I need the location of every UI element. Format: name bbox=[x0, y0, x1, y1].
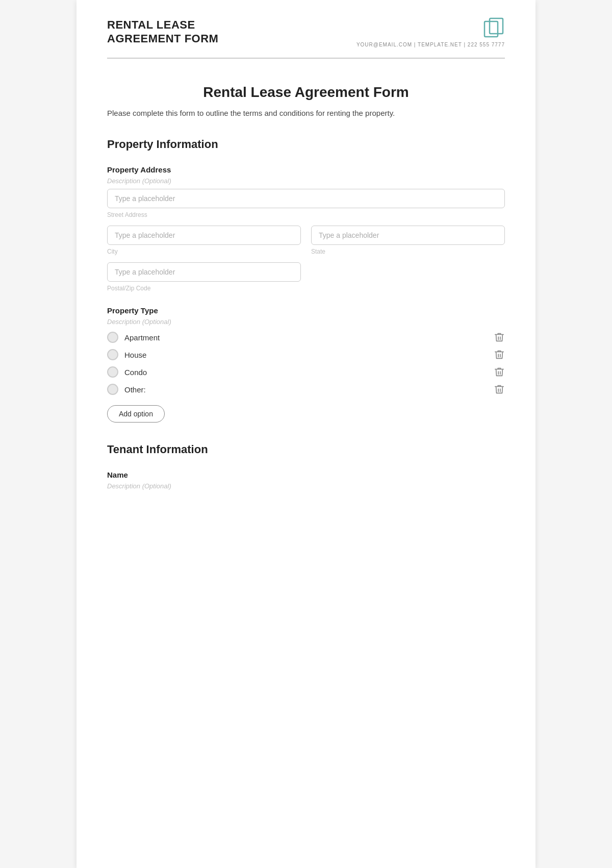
field-group-property-type: Property Type Description (Optional) Apa… bbox=[107, 306, 505, 423]
section-title-property: Property Information bbox=[107, 138, 505, 151]
field-label-property-type: Property Type bbox=[107, 306, 505, 315]
postal-col: Postal/Zip Code bbox=[107, 262, 301, 292]
form-description: Please complete this form to outline the… bbox=[107, 109, 505, 117]
delete-icon-other[interactable] bbox=[494, 384, 505, 395]
radio-circle-apartment[interactable] bbox=[107, 332, 118, 343]
field-description-property-type: Description (Optional) bbox=[107, 318, 505, 326]
city-input[interactable] bbox=[107, 226, 301, 245]
field-label-property-address: Property Address bbox=[107, 165, 505, 174]
svg-rect-0 bbox=[484, 21, 498, 37]
radio-option-condo: Condo bbox=[107, 366, 505, 378]
radio-label-condo: Condo bbox=[124, 368, 147, 377]
radio-label-house: House bbox=[124, 351, 146, 359]
delete-icon-house[interactable] bbox=[494, 349, 505, 360]
radio-label-other: Other: bbox=[124, 385, 146, 394]
main-content: Rental Lease Agreement Form Please compl… bbox=[76, 59, 536, 535]
postal-code-input[interactable] bbox=[107, 262, 301, 282]
header-title: RENTAL LEASE AGREEMENT FORM bbox=[107, 18, 218, 45]
radio-options-container: Apartment House bbox=[107, 332, 505, 395]
city-col: City bbox=[107, 226, 301, 255]
radio-circle-other[interactable] bbox=[107, 384, 118, 395]
field-description-property-address: Description (Optional) bbox=[107, 177, 505, 185]
header-contact: YOUR@EMAIL.COM | TEMPLATE.NET | 222 555 … bbox=[356, 42, 505, 47]
radio-option-apartment: Apartment bbox=[107, 332, 505, 343]
header-right: YOUR@EMAIL.COM | TEMPLATE.NET | 222 555 … bbox=[356, 16, 505, 47]
form-main-title: Rental Lease Agreement Form bbox=[107, 84, 505, 101]
delete-icon-condo[interactable] bbox=[494, 366, 505, 378]
field-description-name: Description (Optional) bbox=[107, 482, 505, 490]
city-label: City bbox=[107, 248, 301, 255]
header: RENTAL LEASE AGREEMENT FORM YOUR@EMAIL.C… bbox=[76, 0, 536, 58]
field-group-property-address: Property Address Description (Optional) … bbox=[107, 165, 505, 292]
add-option-button[interactable]: Add option bbox=[107, 405, 165, 423]
svg-rect-1 bbox=[490, 18, 503, 34]
state-label: State bbox=[311, 248, 505, 255]
street-address-label: Street Address bbox=[107, 211, 505, 218]
radio-circle-condo[interactable] bbox=[107, 366, 118, 378]
radio-label-apartment: Apartment bbox=[124, 333, 160, 342]
street-address-input[interactable] bbox=[107, 189, 505, 208]
radio-option-other: Other: bbox=[107, 384, 505, 395]
radio-circle-house[interactable] bbox=[107, 349, 118, 360]
logo-icon bbox=[482, 16, 505, 39]
section-title-tenant: Tenant Information bbox=[107, 443, 505, 456]
delete-icon-apartment[interactable] bbox=[494, 332, 505, 343]
field-label-name: Name bbox=[107, 470, 505, 479]
field-group-name: Name Description (Optional) bbox=[107, 470, 505, 490]
section-tenant-information: Tenant Information Name Description (Opt… bbox=[107, 443, 505, 490]
state-col: State bbox=[311, 226, 505, 255]
state-input[interactable] bbox=[311, 226, 505, 245]
postal-label: Postal/Zip Code bbox=[107, 285, 301, 292]
radio-option-house: House bbox=[107, 349, 505, 360]
page: RENTAL LEASE AGREEMENT FORM YOUR@EMAIL.C… bbox=[76, 0, 536, 868]
